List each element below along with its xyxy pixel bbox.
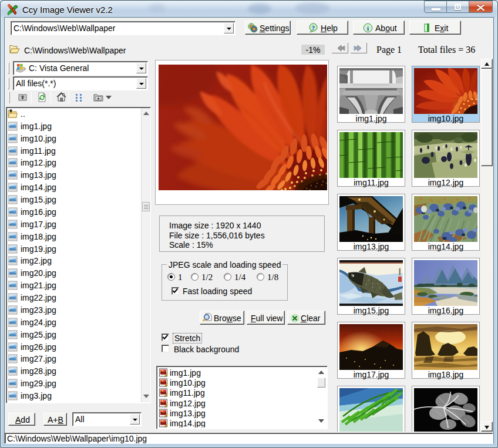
svg-text:i: i (367, 25, 369, 32)
svg-text:?: ? (312, 25, 315, 31)
